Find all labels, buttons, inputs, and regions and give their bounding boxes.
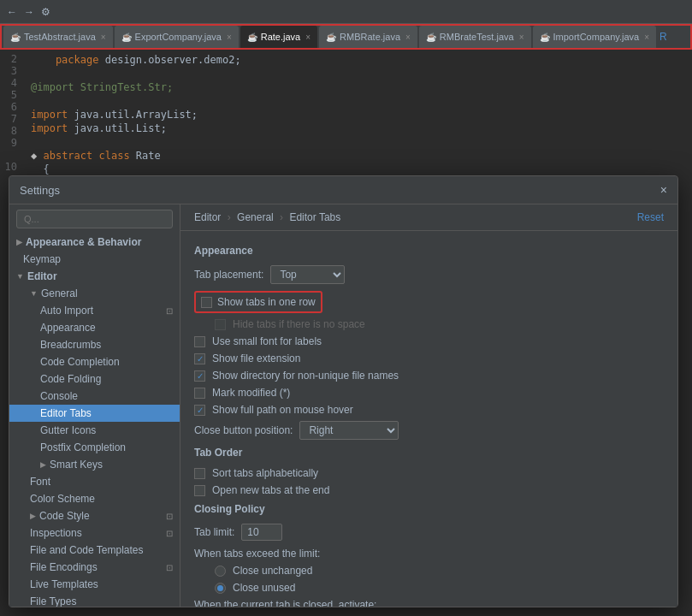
tab-rmb-rate-test[interactable]: ☕ RMBrateTest.java × [419, 26, 531, 48]
tab-rate[interactable]: ☕ Rate.java × [240, 26, 317, 48]
sidebar-item-code-style[interactable]: ▶ Code Style ⊡ [9, 507, 180, 524]
settings-content-panel: Editor › General › Editor Tabs Reset App… [180, 204, 677, 607]
open-new-at-end-label: Open new tabs at the end [212, 484, 329, 496]
sidebar-item-code-folding[interactable]: Code Folding [9, 370, 180, 388]
close-unused-label: Close unused [233, 582, 295, 594]
show-directory-checkbox[interactable] [194, 370, 205, 382]
close-button-dropdown[interactable]: Right Left Inactive tabs [299, 421, 399, 440]
arrow-icon: ▶ [16, 238, 22, 246]
sidebar-item-file-code-templates[interactable]: File and Code Templates [9, 542, 180, 559]
tab-test-abstract[interactable]: ☕ TestAbstract.java × [3, 26, 113, 48]
sidebar-item-label: File and Code Templates [30, 544, 144, 556]
sidebar-item-label: File Types [30, 595, 76, 607]
sidebar-item-label: Keymap [23, 253, 61, 265]
settings-dialog: Settings × ▶ Appearance & Behavior Keyma… [9, 175, 678, 607]
breadcrumb-editor: Editor [194, 211, 221, 223]
close-unchanged-row: Close unchanged [215, 565, 664, 577]
code-editor: 23456789 10 package design.observer.demo… [0, 50, 692, 193]
sidebar-item-label: Appearance & Behavior [26, 236, 141, 248]
show-full-path-checkbox[interactable] [194, 405, 205, 416]
sidebar-item-live-templates[interactable]: Live Templates [9, 576, 180, 593]
tab-import-company[interactable]: ☕ ImportCompany.java × [533, 26, 657, 48]
show-directory-label: Show directory for non-unique file names [212, 370, 399, 382]
hide-tabs-checkbox[interactable] [215, 319, 226, 330]
tab-close-icon[interactable]: × [227, 33, 232, 42]
sidebar-item-postfix-completion[interactable]: Postfix Completion [9, 439, 180, 456]
settings-body: ▶ Appearance & Behavior Keymap ▼ Editor … [9, 204, 677, 607]
arrow-icon: ▶ [30, 512, 36, 520]
sidebar-item-file-types[interactable]: File Types [9, 593, 180, 607]
close-unchanged-radio[interactable] [215, 566, 226, 577]
sidebar-item-label: General [41, 287, 78, 299]
sidebar-item-label: Code Style [39, 510, 90, 522]
hide-tabs-label: Hide tabs if there is no space [233, 318, 365, 330]
show-tabs-highlight-box: Show tabs in one row [194, 291, 322, 313]
tab-placement-dropdown[interactable]: Top Bottom Left Right [270, 265, 345, 284]
settings-search-input[interactable] [16, 210, 173, 228]
tab-close-icon[interactable]: × [405, 33, 411, 42]
sort-alpha-checkbox[interactable] [194, 468, 205, 479]
settings-tree: ▶ Appearance & Behavior Keymap ▼ Editor … [9, 204, 180, 607]
sidebar-item-inspections[interactable]: Inspections ⊡ [9, 524, 180, 542]
tab-placement-row: Tab placement: Top Bottom Left Right [194, 265, 664, 284]
when-tabs-exceed-row: When tabs exceed the limit: [194, 548, 664, 560]
sidebar-item-label: Code Completion [40, 356, 120, 368]
sidebar-item-label: Smart Keys [50, 459, 103, 471]
settings-main-content: Appearance Tab placement: Top Bottom Lef… [180, 231, 677, 607]
sidebar-item-font[interactable]: Font [9, 473, 180, 490]
closing-policy-section-title: Closing Policy [194, 503, 664, 515]
when-current-closed-label: When the current tab is closed, activate… [194, 599, 376, 607]
mark-modified-checkbox[interactable] [194, 388, 205, 399]
sidebar-item-label: Code Folding [40, 373, 101, 385]
open-new-at-end-checkbox[interactable] [194, 485, 205, 496]
show-directory-row: Show directory for non-unique file names [194, 370, 664, 382]
sidebar-item-editor[interactable]: ▼ Editor [9, 268, 180, 285]
show-tabs-one-row-checkbox[interactable] [201, 297, 212, 308]
mark-modified-row: Mark modified (*) [194, 387, 664, 399]
reset-button[interactable]: Reset [637, 211, 664, 223]
mark-modified-label: Mark modified (*) [212, 387, 290, 399]
sidebar-item-label: Live Templates [30, 578, 98, 590]
tab-rmb-rate[interactable]: ☕ RMBRate.java × [319, 26, 417, 48]
sidebar-item-breadcrumbs[interactable]: Breadcrumbs [9, 336, 180, 353]
settings-header: Editor › General › Editor Tabs Reset [180, 204, 677, 231]
close-icon[interactable]: × [660, 183, 667, 197]
sidebar-item-keymap[interactable]: Keymap [9, 251, 180, 268]
more-tabs-icon[interactable]: R [659, 31, 667, 43]
sidebar-item-code-completion[interactable]: Code Completion [9, 353, 180, 370]
sidebar-item-gutter-icons[interactable]: Gutter Icons [9, 422, 180, 439]
sidebar-item-color-scheme[interactable]: Color Scheme [9, 490, 180, 507]
sidebar-item-file-encodings[interactable]: File Encodings ⊡ [9, 559, 180, 576]
sidebar-item-auto-import[interactable]: Auto Import ⊡ [9, 302, 180, 319]
sidebar-item-general[interactable]: ▼ General [9, 285, 180, 302]
tab-close-icon[interactable]: × [519, 33, 524, 42]
nav-back-icon[interactable]: ← [7, 6, 17, 18]
close-unused-radio[interactable] [215, 583, 226, 594]
settings-icon[interactable]: ⚙ [41, 6, 50, 18]
sidebar-item-appearance[interactable]: Appearance [9, 319, 180, 336]
settings-title-label: Settings [20, 184, 60, 197]
sidebar-item-label: Console [40, 390, 78, 402]
sidebar-item-label: Editor [27, 270, 57, 282]
show-file-ext-row: Show file extension [194, 352, 664, 364]
tab-close-icon[interactable]: × [305, 33, 311, 42]
sidebar-item-label: Inspections [30, 527, 82, 539]
tab-close-icon[interactable]: × [101, 33, 106, 42]
appearance-section-title: Appearance [194, 245, 664, 257]
show-file-ext-checkbox[interactable] [194, 353, 205, 364]
has-options-icon: ⊡ [166, 512, 173, 521]
tab-limit-input[interactable] [241, 524, 282, 541]
tab-export-company[interactable]: ☕ ExportCompany.java × [115, 26, 239, 48]
show-file-ext-label: Show file extension [212, 352, 300, 364]
sidebar-item-label: Breadcrumbs [40, 339, 101, 351]
sidebar-item-console[interactable]: Console [9, 388, 180, 405]
sort-alpha-row: Sort tabs alphabetically [194, 467, 664, 479]
use-small-font-checkbox[interactable] [194, 336, 205, 347]
breadcrumb-general: General [237, 211, 274, 223]
sidebar-item-editor-tabs[interactable]: Editor Tabs [9, 405, 180, 422]
tab-close-icon[interactable]: × [644, 33, 649, 42]
tab-order-section-title: Tab Order [194, 447, 664, 459]
sidebar-item-smart-keys[interactable]: ▶ Smart Keys [9, 456, 180, 473]
nav-fwd-icon[interactable]: → [24, 6, 34, 18]
sidebar-item-appearance-behavior[interactable]: ▶ Appearance & Behavior [9, 234, 180, 251]
